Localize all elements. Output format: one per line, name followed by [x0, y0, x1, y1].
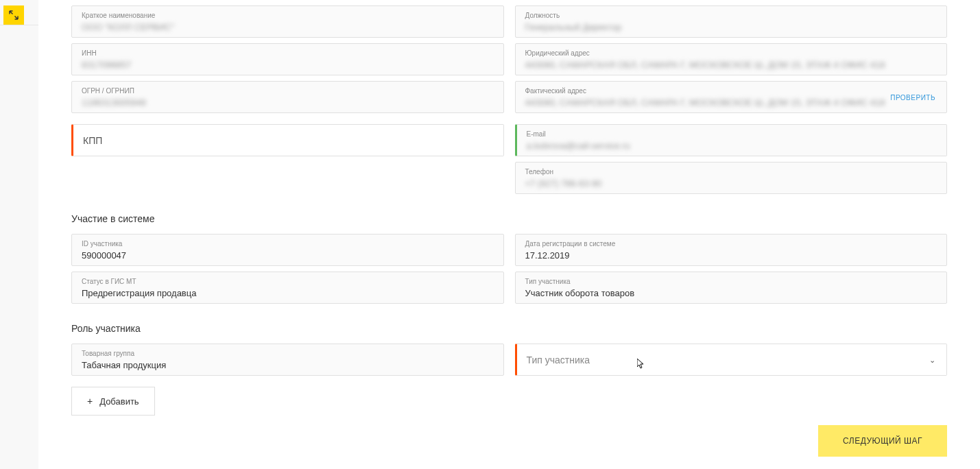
legal-address-value: 443080, САМАРСКАЯ ОБЛ, САМАРА Г, МОСКОВС… — [525, 60, 885, 70]
add-button-label: Добавить — [99, 396, 139, 407]
plus-icon: + — [87, 396, 93, 407]
product-group-field[interactable]: Товарная группа Табачная продукция — [71, 344, 504, 376]
ogrn-label: ОГРН / ОГРНИП — [82, 87, 494, 95]
participant-type-label: Тип участника — [525, 278, 937, 285]
add-button[interactable]: + Добавить — [71, 387, 155, 416]
legal-address-label: Юридический адрес — [525, 49, 937, 57]
position-value: Генеральный Директор — [525, 22, 622, 32]
phone-value: +7 (927) 786-63-90 — [525, 178, 602, 189]
kpp-field[interactable]: КПП — [71, 124, 504, 156]
short-name-label: Краткое наименование — [82, 12, 494, 19]
participant-id-value: 590000047 — [82, 250, 126, 261]
role-type-select[interactable]: Тип участника ⌄ — [515, 344, 948, 376]
inn-field[interactable]: ИНН 6317096857 — [71, 43, 504, 75]
actual-address-value: 443080, САМАРСКАЯ ОБЛ, САМАРА Г, МОСКОВС… — [525, 97, 885, 108]
participant-id-label: ID участника — [82, 240, 494, 248]
ogrn-field[interactable]: ОГРН / ОГРНИП 1186313005948 — [71, 81, 504, 113]
reg-date-field[interactable]: Дата регистрации в системе 17.12.2019 — [515, 234, 948, 266]
expand-icon[interactable] — [3, 5, 24, 25]
phone-field[interactable]: Телефон +7 (927) 786-63-90 — [515, 162, 948, 194]
product-group-label: Товарная группа — [82, 350, 494, 357]
inn-value: 6317096857 — [82, 60, 131, 70]
short-name-field[interactable]: Краткое наименование ООО "КОЛЛ СЕРВИС" — [71, 5, 504, 38]
participation-section-title: Участие в системе — [71, 213, 947, 224]
participant-type-value: Участник оборота товаров — [525, 288, 635, 298]
product-group-value: Табачная продукция — [82, 360, 166, 370]
check-address-link[interactable]: ПРОВЕРИТЬ — [890, 93, 935, 101]
email-field[interactable]: E-mail a.bobrova@call-service.ru — [515, 124, 948, 156]
participant-id-field[interactable]: ID участника 590000047 — [71, 234, 504, 266]
email-label: E-mail — [527, 130, 937, 138]
reg-date-label: Дата регистрации в системе — [525, 240, 937, 248]
status-value: Предрегистрация продавца — [82, 288, 196, 298]
participant-type-field[interactable]: Тип участника Участник оборота товаров — [515, 272, 948, 304]
next-step-button[interactable]: СЛЕДУЮЩИЙ ШАГ — [818, 425, 947, 457]
role-type-placeholder: Тип участника — [527, 354, 590, 365]
position-label: Должность — [525, 12, 937, 19]
short-name-value: ООО "КОЛЛ СЕРВИС" — [82, 22, 174, 32]
role-section-title: Роль участника — [71, 323, 947, 334]
status-field[interactable]: Статус в ГИС МТ Предрегистрация продавца — [71, 272, 504, 304]
position-field[interactable]: Должность Генеральный Директор — [515, 5, 948, 38]
legal-address-field[interactable]: Юридический адрес 443080, САМАРСКАЯ ОБЛ,… — [515, 43, 948, 75]
chevron-down-icon: ⌄ — [929, 355, 935, 364]
status-label: Статус в ГИС МТ — [82, 278, 494, 285]
email-value: a.bobrova@call-service.ru — [527, 141, 630, 151]
kpp-placeholder: КПП — [83, 135, 102, 146]
sidebar-divider — [0, 25, 38, 25]
phone-label: Телефон — [525, 168, 937, 176]
form-content: Краткое наименование ООО "КОЛЛ СЕРВИС" Д… — [38, 0, 980, 469]
reg-date-value: 17.12.2019 — [525, 250, 570, 261]
ogrn-value: 1186313005948 — [82, 97, 146, 108]
actual-address-field[interactable]: Фактический адрес 443080, САМАРСКАЯ ОБЛ,… — [515, 81, 948, 113]
inn-label: ИНН — [82, 49, 494, 57]
actual-address-label: Фактический адрес — [525, 87, 937, 95]
